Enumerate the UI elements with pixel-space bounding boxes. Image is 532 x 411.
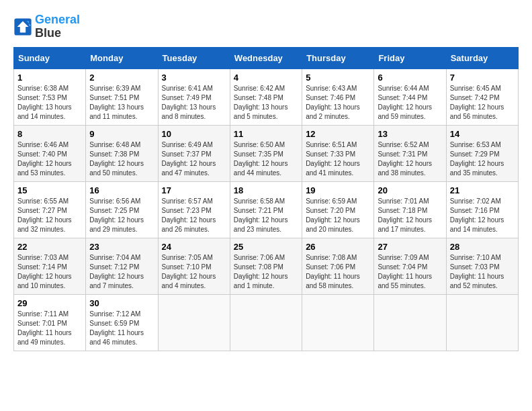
day-number: 10 — [162, 129, 226, 139]
calendar-cell: 4 Sunrise: 6:42 AM Sunset: 7:48 PM Dayli… — [230, 68, 302, 125]
calendar-cell: 19 Sunrise: 6:59 AM Sunset: 7:20 PM Dayl… — [302, 181, 374, 238]
day-info: Sunrise: 6:57 AM Sunset: 7:23 PM Dayligh… — [162, 197, 226, 234]
calendar-cell: 27 Sunrise: 7:09 AM Sunset: 7:04 PM Dayl… — [374, 238, 446, 294]
calendar-cell: 6 Sunrise: 6:44 AM Sunset: 7:44 PM Dayli… — [374, 68, 446, 125]
day-info: Sunrise: 6:58 AM Sunset: 7:21 PM Dayligh… — [234, 197, 298, 234]
calendar-cell: 30 Sunrise: 7:12 AM Sunset: 6:59 PM Dayl… — [86, 294, 158, 351]
day-info: Sunrise: 7:06 AM Sunset: 7:08 PM Dayligh… — [234, 253, 298, 291]
day-number: 15 — [17, 185, 82, 195]
calendar-cell: 24 Sunrise: 7:05 AM Sunset: 7:10 PM Dayl… — [158, 238, 230, 294]
day-number: 2 — [89, 73, 154, 83]
day-info: Sunrise: 7:04 AM Sunset: 7:12 PM Dayligh… — [89, 253, 154, 291]
calendar-week-row: 1 Sunrise: 6:38 AM Sunset: 7:53 PM Dayli… — [14, 68, 519, 125]
day-number: 28 — [450, 242, 515, 252]
logo-icon — [13, 17, 32, 36]
calendar-header: SundayMondayTuesdayWednesdayThursdayFrid… — [14, 47, 519, 68]
calendar-cell: 2 Sunrise: 6:39 AM Sunset: 7:51 PM Dayli… — [86, 68, 158, 125]
page-container: General Blue SundayMondayTuesdayWednesda… — [13, 13, 519, 351]
day-info: Sunrise: 6:59 AM Sunset: 7:20 PM Dayligh… — [306, 197, 370, 234]
weekday-header-friday: Friday — [374, 47, 446, 68]
calendar-cell: 17 Sunrise: 6:57 AM Sunset: 7:23 PM Dayl… — [158, 181, 230, 238]
calendar-cell: 26 Sunrise: 7:08 AM Sunset: 7:06 PM Dayl… — [302, 238, 374, 294]
day-info: Sunrise: 6:45 AM Sunset: 7:42 PM Dayligh… — [450, 84, 515, 122]
weekday-header-thursday: Thursday — [302, 47, 374, 68]
calendar-cell: 20 Sunrise: 7:01 AM Sunset: 7:18 PM Dayl… — [374, 181, 446, 238]
weekday-header-row: SundayMondayTuesdayWednesdayThursdayFrid… — [14, 47, 519, 68]
day-number: 20 — [378, 185, 442, 195]
calendar-cell: 3 Sunrise: 6:41 AM Sunset: 7:49 PM Dayli… — [158, 68, 230, 125]
day-number: 21 — [450, 185, 515, 195]
day-info: Sunrise: 7:12 AM Sunset: 6:59 PM Dayligh… — [89, 310, 154, 347]
calendar-week-row: 15 Sunrise: 6:55 AM Sunset: 7:27 PM Dayl… — [14, 181, 519, 238]
day-number: 23 — [89, 242, 154, 252]
day-number: 12 — [306, 129, 370, 139]
day-number: 1 — [17, 73, 82, 83]
day-number: 9 — [89, 129, 154, 139]
day-number: 6 — [378, 73, 442, 83]
day-info: Sunrise: 7:02 AM Sunset: 7:16 PM Dayligh… — [450, 197, 515, 234]
day-info: Sunrise: 6:53 AM Sunset: 7:29 PM Dayligh… — [450, 140, 515, 178]
calendar-cell: 16 Sunrise: 6:56 AM Sunset: 7:25 PM Dayl… — [86, 181, 158, 238]
calendar-cell — [230, 294, 302, 351]
calendar-cell: 1 Sunrise: 6:38 AM Sunset: 7:53 PM Dayli… — [14, 68, 86, 125]
calendar-cell: 14 Sunrise: 6:53 AM Sunset: 7:29 PM Dayl… — [446, 125, 518, 181]
calendar-cell: 18 Sunrise: 6:58 AM Sunset: 7:21 PM Dayl… — [230, 181, 302, 238]
day-number: 27 — [378, 242, 442, 252]
calendar-cell: 15 Sunrise: 6:55 AM Sunset: 7:27 PM Dayl… — [14, 181, 86, 238]
calendar-cell: 22 Sunrise: 7:03 AM Sunset: 7:14 PM Dayl… — [14, 238, 86, 294]
day-info: Sunrise: 7:09 AM Sunset: 7:04 PM Dayligh… — [378, 253, 442, 291]
calendar-week-row: 22 Sunrise: 7:03 AM Sunset: 7:14 PM Dayl… — [14, 238, 519, 294]
calendar-cell: 25 Sunrise: 7:06 AM Sunset: 7:08 PM Dayl… — [230, 238, 302, 294]
weekday-header-saturday: Saturday — [446, 47, 518, 68]
calendar-cell: 8 Sunrise: 6:46 AM Sunset: 7:40 PM Dayli… — [14, 125, 86, 181]
day-number: 29 — [17, 298, 82, 308]
calendar-cell: 9 Sunrise: 6:48 AM Sunset: 7:38 PM Dayli… — [86, 125, 158, 181]
day-info: Sunrise: 6:42 AM Sunset: 7:48 PM Dayligh… — [234, 84, 298, 122]
day-number: 19 — [306, 185, 370, 195]
day-number: 24 — [162, 242, 226, 252]
day-info: Sunrise: 7:01 AM Sunset: 7:18 PM Dayligh… — [378, 197, 442, 234]
calendar-cell: 12 Sunrise: 6:51 AM Sunset: 7:33 PM Dayl… — [302, 125, 374, 181]
day-number: 4 — [234, 73, 298, 83]
calendar-body: 1 Sunrise: 6:38 AM Sunset: 7:53 PM Dayli… — [14, 68, 519, 351]
logo-text: General Blue — [35, 13, 80, 40]
day-info: Sunrise: 7:05 AM Sunset: 7:10 PM Dayligh… — [162, 253, 226, 291]
day-info: Sunrise: 6:50 AM Sunset: 7:35 PM Dayligh… — [234, 140, 298, 178]
calendar-cell: 21 Sunrise: 7:02 AM Sunset: 7:16 PM Dayl… — [446, 181, 518, 238]
day-number: 26 — [306, 242, 370, 252]
day-info: Sunrise: 7:08 AM Sunset: 7:06 PM Dayligh… — [306, 253, 370, 291]
day-info: Sunrise: 6:49 AM Sunset: 7:37 PM Dayligh… — [162, 140, 226, 178]
day-info: Sunrise: 6:55 AM Sunset: 7:27 PM Dayligh… — [17, 197, 82, 234]
calendar-week-row: 29 Sunrise: 7:11 AM Sunset: 7:01 PM Dayl… — [14, 294, 519, 351]
day-number: 17 — [162, 185, 226, 195]
day-info: Sunrise: 7:10 AM Sunset: 7:03 PM Dayligh… — [450, 253, 515, 291]
calendar-week-row: 8 Sunrise: 6:46 AM Sunset: 7:40 PM Dayli… — [14, 125, 519, 181]
weekday-header-tuesday: Tuesday — [158, 47, 230, 68]
calendar-cell — [158, 294, 230, 351]
calendar-cell: 23 Sunrise: 7:04 AM Sunset: 7:12 PM Dayl… — [86, 238, 158, 294]
day-info: Sunrise: 7:03 AM Sunset: 7:14 PM Dayligh… — [17, 253, 82, 291]
day-number: 13 — [378, 129, 442, 139]
weekday-header-wednesday: Wednesday — [230, 47, 302, 68]
day-info: Sunrise: 6:41 AM Sunset: 7:49 PM Dayligh… — [162, 84, 226, 122]
logo: General Blue — [13, 13, 80, 40]
calendar-cell: 28 Sunrise: 7:10 AM Sunset: 7:03 PM Dayl… — [446, 238, 518, 294]
day-info: Sunrise: 6:48 AM Sunset: 7:38 PM Dayligh… — [89, 140, 154, 178]
calendar-cell — [446, 294, 518, 351]
day-info: Sunrise: 6:44 AM Sunset: 7:44 PM Dayligh… — [378, 84, 442, 122]
day-number: 11 — [234, 129, 298, 139]
calendar-cell: 11 Sunrise: 6:50 AM Sunset: 7:35 PM Dayl… — [230, 125, 302, 181]
day-number: 22 — [17, 242, 82, 252]
calendar-cell: 13 Sunrise: 6:52 AM Sunset: 7:31 PM Dayl… — [374, 125, 446, 181]
weekday-header-monday: Monday — [86, 47, 158, 68]
day-info: Sunrise: 6:51 AM Sunset: 7:33 PM Dayligh… — [306, 140, 370, 178]
day-number: 25 — [234, 242, 298, 252]
day-info: Sunrise: 6:38 AM Sunset: 7:53 PM Dayligh… — [17, 84, 82, 122]
day-info: Sunrise: 7:11 AM Sunset: 7:01 PM Dayligh… — [17, 310, 82, 347]
day-info: Sunrise: 6:52 AM Sunset: 7:31 PM Dayligh… — [378, 140, 442, 178]
day-info: Sunrise: 6:56 AM Sunset: 7:25 PM Dayligh… — [89, 197, 154, 234]
calendar-table: SundayMondayTuesdayWednesdayThursdayFrid… — [13, 47, 519, 351]
day-info: Sunrise: 6:43 AM Sunset: 7:46 PM Dayligh… — [306, 84, 370, 122]
day-number: 30 — [89, 298, 154, 308]
header: General Blue — [13, 13, 519, 40]
